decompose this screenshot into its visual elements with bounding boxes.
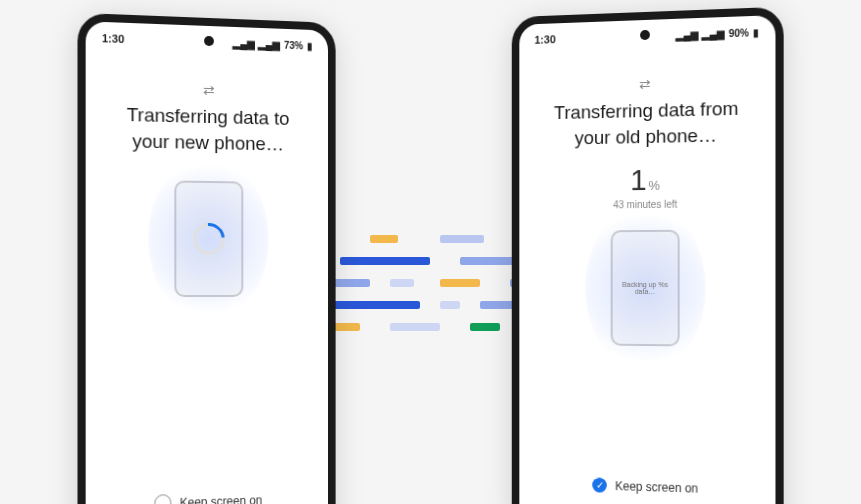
keep-screen-row[interactable]: ✓ Keep screen on: [519, 475, 775, 498]
status-icons: ▂▄▆ ▂▄▆ 73% ▮: [233, 37, 313, 51]
page-title: Transferring data from your old phone…: [519, 88, 775, 157]
signal-icon: ▂▄▆ ▂▄▆: [676, 28, 725, 41]
stream-segment: [470, 323, 500, 331]
stream-segment: [340, 257, 430, 265]
camera-notch: [204, 36, 214, 46]
signal-icon: ▂▄▆ ▂▄▆: [233, 37, 281, 50]
stream-segment: [390, 323, 440, 331]
clock: 1:30: [102, 32, 124, 45]
new-phone-frame: 1:30 ▂▄▆ ▂▄▆ 90% ▮ ⇄ Transferring data f…: [512, 7, 784, 504]
stream-segment: [440, 279, 480, 287]
keep-screen-label: Keep screen on: [615, 479, 698, 496]
stream-segment: [390, 279, 414, 287]
keep-screen-checkbox[interactable]: [155, 494, 172, 504]
status-icons: ▂▄▆ ▂▄▆ 90% ▮: [676, 26, 759, 40]
clock: 1:30: [535, 33, 556, 46]
keep-screen-label: Keep screen on: [180, 493, 262, 504]
battery-icon: ▮: [307, 40, 313, 51]
device-illustration: Backing up %s data…: [611, 230, 680, 347]
keep-screen-row[interactable]: Keep screen on: [86, 489, 328, 504]
stream-segment: [440, 235, 484, 243]
battery-label: 73%: [284, 39, 303, 51]
battery-label: 90%: [729, 27, 749, 39]
backup-status-text: Backing up %s data…: [613, 281, 678, 295]
device-illustration: [174, 181, 243, 298]
battery-icon: ▮: [753, 26, 759, 37]
keep-screen-checkbox[interactable]: ✓: [593, 477, 608, 492]
stream-segment: [370, 235, 398, 243]
page-title: Transferring data to your new phone…: [86, 95, 328, 164]
progress-percent: 1: [630, 163, 646, 196]
old-phone-frame: 1:30 ▂▄▆ ▂▄▆ 73% ▮ ⇄ Transferring data t…: [77, 13, 335, 504]
stream-segment: [440, 301, 460, 309]
spinner-icon: [187, 217, 231, 262]
percent-symbol: %: [649, 178, 660, 193]
